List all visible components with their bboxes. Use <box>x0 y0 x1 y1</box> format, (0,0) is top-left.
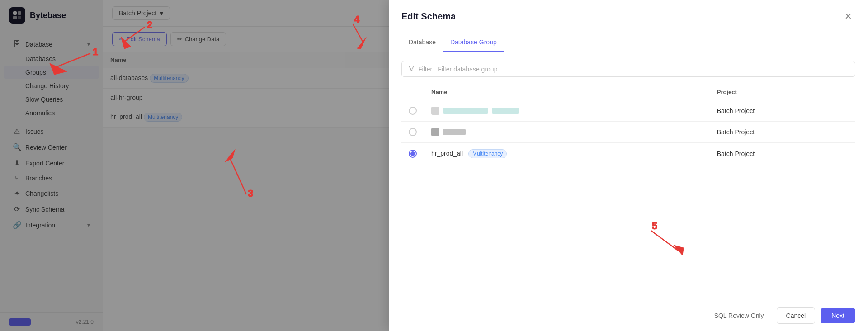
radio-cell-2 <box>401 122 424 143</box>
col-name-header: Name <box>424 84 710 100</box>
radio-cell-3 <box>401 143 424 165</box>
modal-overlay: Edit Schema ✕ Database Database Group Fi… <box>0 0 868 331</box>
tab-database[interactable]: Database <box>401 33 443 52</box>
radio-button-2[interactable] <box>409 128 417 136</box>
radio-button-3[interactable] <box>409 150 417 158</box>
table-row[interactable]: hr_prod_all Multitenancy Batch Project <box>401 143 855 165</box>
sql-review-only-button[interactable]: SQL Review Only <box>707 308 771 323</box>
name-cell-2 <box>424 122 710 143</box>
filter-icon <box>408 65 415 73</box>
modal-table: Name Project <box>401 84 855 165</box>
name-cell-3: hr_prod_all Multitenancy <box>424 143 710 165</box>
modal-title: Edit Schema <box>401 11 456 22</box>
project-cell-2: Batch Project <box>710 122 855 143</box>
modal-tabs: Database Database Group <box>389 33 868 52</box>
project-cell-1: Batch Project <box>710 100 855 122</box>
tab-database-group[interactable]: Database Group <box>443 33 504 52</box>
table-row[interactable]: Batch Project <box>401 122 855 143</box>
filter-label: Filter <box>418 66 432 73</box>
tab-database-label: Database <box>409 38 436 46</box>
blurred-name-row1 <box>431 107 703 115</box>
blurred-name-row2 <box>431 128 703 136</box>
name-cell-1 <box>424 100 710 122</box>
multitenancy-badge-3: Multitenancy <box>468 149 507 158</box>
project-cell-3: Batch Project <box>710 143 855 165</box>
modal-body: Filter Name Project <box>389 52 868 300</box>
col-project-header: Project <box>710 84 855 100</box>
radio-cell-1 <box>401 100 424 122</box>
edit-schema-modal: Edit Schema ✕ Database Database Group Fi… <box>389 0 868 331</box>
table-row[interactable]: Batch Project <box>401 100 855 122</box>
row-name-text-3: hr_prod_all <box>431 150 463 157</box>
filter-bar: Filter <box>401 61 855 77</box>
modal-header: Edit Schema ✕ <box>389 0 868 33</box>
project-name-3: Batch Project <box>717 150 755 157</box>
cancel-button[interactable]: Cancel <box>777 307 816 324</box>
col-select-header <box>401 84 424 100</box>
tab-database-group-label: Database Group <box>450 38 497 46</box>
project-name-2: Batch Project <box>717 128 755 136</box>
radio-button-1[interactable] <box>409 107 417 115</box>
modal-footer: SQL Review Only Cancel Next <box>389 300 868 331</box>
next-button[interactable]: Next <box>821 308 855 323</box>
filter-input[interactable] <box>438 66 849 73</box>
project-name-1: Batch Project <box>717 107 755 114</box>
modal-close-button[interactable]: ✕ <box>841 9 855 24</box>
